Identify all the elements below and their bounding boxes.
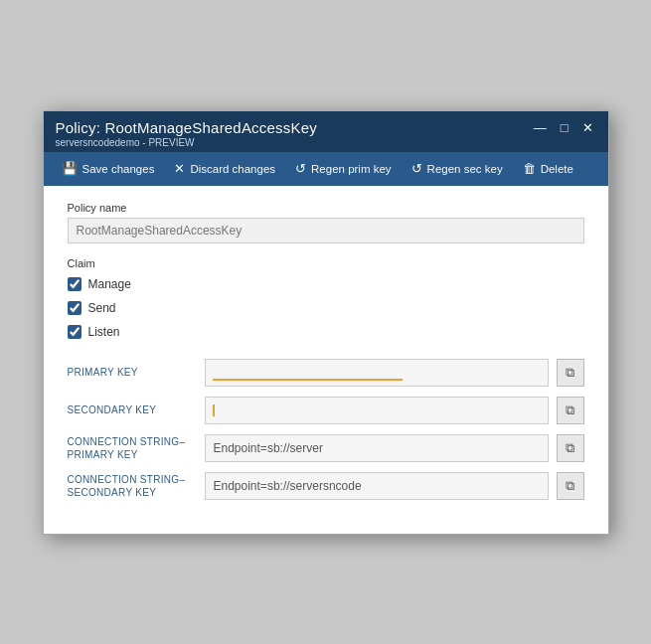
copy-conn-primary-button[interactable]: ⧉ — [557, 434, 584, 462]
title-bar-left: Policy: RootManageSharedAccessKey server… — [56, 119, 317, 148]
regen-primary-label: Regen prim key — [311, 163, 392, 175]
copy-secondary-icon: ⧉ — [566, 402, 574, 418]
send-checkbox-row: Send — [68, 301, 584, 315]
copy-primary-icon: ⧉ — [566, 365, 574, 381]
conn-primary-input[interactable] — [205, 434, 549, 462]
policy-name-input[interactable] — [68, 218, 584, 243]
window-subtitle: serversncodedemo - PREVIEW — [56, 137, 317, 148]
listen-checkbox[interactable] — [68, 325, 81, 339]
copy-conn-secondary-button[interactable]: ⧉ — [557, 472, 584, 500]
minimize-button[interactable]: — — [531, 121, 550, 134]
title-bar: Policy: RootManageSharedAccessKey server… — [44, 111, 608, 152]
copy-primary-key-button[interactable]: ⧉ — [557, 359, 584, 387]
policy-name-group: Policy name — [68, 202, 584, 243]
listen-checkbox-row: Listen — [68, 325, 584, 339]
conn-primary-row: CONNECTION STRING– PRIMARY KEY ⧉ — [68, 434, 584, 462]
secondary-key-row: SECONDARY KEY ⧉ — [68, 397, 584, 424]
primary-key-label: PRIMARY KEY — [68, 366, 197, 379]
primary-key-input-wrap — [205, 359, 549, 387]
delete-button[interactable]: 🗑 Delete — [513, 152, 583, 186]
listen-label: Listen — [88, 325, 120, 339]
save-button[interactable]: 💾 Save changes — [52, 152, 165, 186]
secondary-key-label: SECONDARY KEY — [68, 403, 197, 416]
manage-checkbox-row: Manage — [68, 277, 584, 291]
primary-key-indicator — [213, 379, 529, 381]
manage-checkbox[interactable] — [68, 277, 81, 291]
window-title: Policy: RootManageSharedAccessKey — [56, 119, 317, 136]
main-window: Policy: RootManageSharedAccessKey server… — [43, 110, 609, 535]
discard-icon: ✕ — [174, 161, 185, 176]
conn-primary-label: CONNECTION STRING– PRIMARY KEY — [68, 435, 197, 461]
delete-icon: 🗑 — [523, 161, 536, 176]
copy-conn-secondary-icon: ⧉ — [566, 478, 574, 494]
save-icon: 💾 — [62, 161, 78, 176]
conn-secondary-input[interactable] — [205, 472, 549, 500]
manage-label: Manage — [88, 277, 131, 291]
primary-key-input[interactable] — [205, 359, 549, 387]
send-checkbox[interactable] — [68, 301, 81, 315]
regen-secondary-icon: ↺ — [411, 161, 422, 176]
policy-name-label: Policy name — [68, 202, 584, 214]
copy-secondary-key-button[interactable]: ⧉ — [557, 397, 584, 424]
content-area: Policy name Claim Manage Send Listen PRI — [44, 186, 608, 534]
conn-secondary-label: CONNECTION STRING– SECONDARY KEY — [68, 473, 197, 499]
regen-primary-button[interactable]: ↺ Regen prim key — [285, 152, 402, 186]
discard-button[interactable]: ✕ Discard changes — [164, 152, 285, 186]
secondary-key-indicator — [213, 404, 215, 416]
send-label: Send — [88, 301, 116, 315]
regen-secondary-label: Regen sec key — [427, 163, 503, 175]
keys-section: PRIMARY KEY ⧉ SECONDARY KEY ⧉ — [68, 359, 584, 500]
secondary-key-input[interactable] — [205, 397, 549, 424]
window-controls: — □ ✕ — [531, 121, 596, 134]
discard-label: Discard changes — [190, 163, 275, 175]
claim-section-label: Claim — [68, 257, 584, 269]
conn-secondary-input-wrap — [205, 472, 549, 500]
regen-primary-icon: ↺ — [295, 161, 306, 176]
regen-secondary-button[interactable]: ↺ Regen sec key — [402, 152, 513, 186]
toolbar: 💾 Save changes ✕ Discard changes ↺ Regen… — [44, 152, 608, 186]
delete-label: Delete — [541, 163, 573, 175]
primary-key-row: PRIMARY KEY ⧉ — [68, 359, 584, 387]
conn-primary-input-wrap — [205, 434, 549, 462]
conn-secondary-row: CONNECTION STRING– SECONDARY KEY ⧉ — [68, 472, 584, 500]
claims-group: Claim Manage Send Listen — [68, 257, 584, 339]
maximize-button[interactable]: □ — [558, 121, 571, 134]
close-button[interactable]: ✕ — [579, 121, 596, 134]
copy-conn-primary-icon: ⧉ — [566, 440, 574, 456]
save-label: Save changes — [82, 163, 155, 175]
secondary-key-input-wrap — [205, 397, 549, 424]
